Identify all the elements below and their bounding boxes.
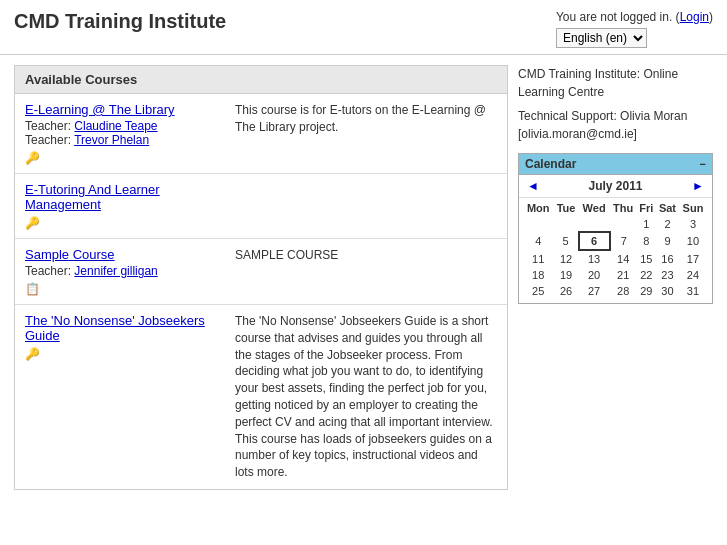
calendar-day-header: Mon [523,200,553,216]
calendar-next-button[interactable]: ► [690,179,706,193]
calendar-prev-button[interactable]: ◄ [525,179,541,193]
calendar-week-row: 25262728293031 [523,283,707,299]
available-courses-header: Available Courses [15,66,507,94]
calendar-collapse-button[interactable]: − [700,158,706,170]
course-teacher: Teacher: Claudine Teape [25,119,225,133]
course-teacher: Teacher: Jennifer gilligan [25,264,225,278]
calendar-day-cell [553,216,578,232]
teacher-link[interactable]: Jennifer gilligan [74,264,157,278]
login-link[interactable]: Login [680,10,709,24]
calendar-day-cell[interactable]: 13 [579,250,610,267]
calendar-title: Calendar [525,157,576,171]
calendar-day-cell[interactable]: 19 [553,267,578,283]
site-title: CMD Training Institute [14,10,226,33]
key-icon: 🔑 [25,216,225,230]
calendar-day-cell[interactable]: 29 [637,283,656,299]
calendar-day-cell[interactable]: 22 [637,267,656,283]
calendar-grid: MonTueWedThuFriSatSun 123456789101112131… [519,198,712,303]
course-icon: 📋 [25,282,225,296]
calendar-day-cell[interactable]: 28 [610,283,637,299]
lang-select: English (en) [556,28,713,48]
calendar-week-row: 11121314151617 [523,250,707,267]
calendar-day-cell[interactable]: 23 [656,267,679,283]
calendar-day-cell[interactable]: 31 [679,283,707,299]
course-info: Sample CourseTeacher: Jennifer gilligan📋 [25,247,225,296]
course-description: The 'No Nonsense' Jobseekers Guide is a … [235,313,497,481]
course-info: The 'No Nonsense' Jobseekers Guide🔑 [25,313,225,481]
calendar-day-cell [523,216,553,232]
calendar-day-cell[interactable]: 20 [579,267,610,283]
course-row: The 'No Nonsense' Jobseekers Guide🔑The '… [15,305,507,489]
calendar-day-cell [610,216,637,232]
calendar-day-cell[interactable]: 30 [656,283,679,299]
course-info: E-Tutoring And Learner Management🔑 [25,182,225,230]
calendar-day-header: Tue [553,200,578,216]
calendar-day-header: Fri [637,200,656,216]
calendar-day-header: Sun [679,200,707,216]
calendar-day-cell[interactable]: 11 [523,250,553,267]
calendar-day-cell[interactable]: 4 [523,232,553,250]
course-teacher: Teacher: Trevor Phelan [25,133,225,147]
header: CMD Training Institute You are not logge… [0,0,727,55]
calendar-day-cell[interactable]: 9 [656,232,679,250]
calendar: Calendar − ◄ July 2011 ► MonTueWedThuFri… [518,153,713,304]
calendar-day-cell[interactable]: 6 [579,232,610,250]
right-panel: CMD Training Institute: Online Learning … [518,65,713,490]
calendar-day-header: Thu [610,200,637,216]
site-info-line1: CMD Training Institute: Online Learning … [518,65,713,101]
site-info: CMD Training Institute: Online Learning … [518,65,713,143]
calendar-day-cell[interactable]: 16 [656,250,679,267]
course-title-link[interactable]: E-Tutoring And Learner Management [25,182,225,212]
calendar-day-cell[interactable]: 24 [679,267,707,283]
course-row: Sample CourseTeacher: Jennifer gilligan📋… [15,239,507,305]
calendar-day-header: Wed [579,200,610,216]
course-row: E-Learning @ The LibraryTeacher: Claudin… [15,94,507,174]
calendar-day-cell[interactable]: 5 [553,232,578,250]
calendar-table: MonTueWedThuFriSatSun 123456789101112131… [523,200,708,299]
key-icon: 🔑 [25,347,225,361]
course-description: SAMPLE COURSE [235,247,497,296]
course-title-link[interactable]: Sample Course [25,247,225,262]
lang-dropdown[interactable]: English (en) [556,28,647,48]
left-panel: Available Courses E-Learning @ The Libra… [14,65,508,490]
calendar-month-year: July 2011 [588,179,642,193]
calendar-nav: ◄ July 2011 ► [519,175,712,198]
teacher-link[interactable]: Claudine Teape [74,119,157,133]
calendar-day-cell[interactable]: 2 [656,216,679,232]
site-info-line2: Technical Support: Olivia Moran [olivia.… [518,107,713,143]
calendar-day-cell[interactable]: 15 [637,250,656,267]
main-content: Available Courses E-Learning @ The Libra… [0,55,727,500]
course-description: This course is for E-tutors on the E-Lea… [235,102,497,165]
calendar-day-cell[interactable]: 18 [523,267,553,283]
calendar-day-cell[interactable]: 26 [553,283,578,299]
key-icon: 🔑 [25,151,225,165]
course-title-link[interactable]: E-Learning @ The Library [25,102,225,117]
course-row: E-Tutoring And Learner Management🔑 [15,174,507,239]
not-logged-in-text: You are not logged in. ( [556,10,680,24]
calendar-day-cell[interactable]: 3 [679,216,707,232]
calendar-day-header: Sat [656,200,679,216]
calendar-body: 1234567891011121314151617181920212223242… [523,216,707,299]
course-info: E-Learning @ The LibraryTeacher: Claudin… [25,102,225,165]
calendar-day-cell[interactable]: 14 [610,250,637,267]
calendar-week-row: 18192021222324 [523,267,707,283]
calendar-days-header: MonTueWedThuFriSatSun [523,200,707,216]
calendar-day-cell[interactable]: 8 [637,232,656,250]
login-area: You are not logged in. (Login) English (… [556,10,713,48]
calendar-week-row: 123 [523,216,707,232]
calendar-day-cell[interactable]: 27 [579,283,610,299]
calendar-day-cell[interactable]: 21 [610,267,637,283]
calendar-day-cell[interactable]: 25 [523,283,553,299]
calendar-week-row: 45678910 [523,232,707,250]
course-title-link[interactable]: The 'No Nonsense' Jobseekers Guide [25,313,225,343]
calendar-day-cell[interactable]: 10 [679,232,707,250]
calendar-day-cell[interactable]: 17 [679,250,707,267]
teacher-link[interactable]: Trevor Phelan [74,133,149,147]
calendar-day-cell[interactable]: 1 [637,216,656,232]
courses-container: E-Learning @ The LibraryTeacher: Claudin… [15,94,507,489]
login-close: ) [709,10,713,24]
calendar-day-cell[interactable]: 12 [553,250,578,267]
calendar-header: Calendar − [519,154,712,175]
calendar-day-cell[interactable]: 7 [610,232,637,250]
calendar-day-cell [579,216,610,232]
